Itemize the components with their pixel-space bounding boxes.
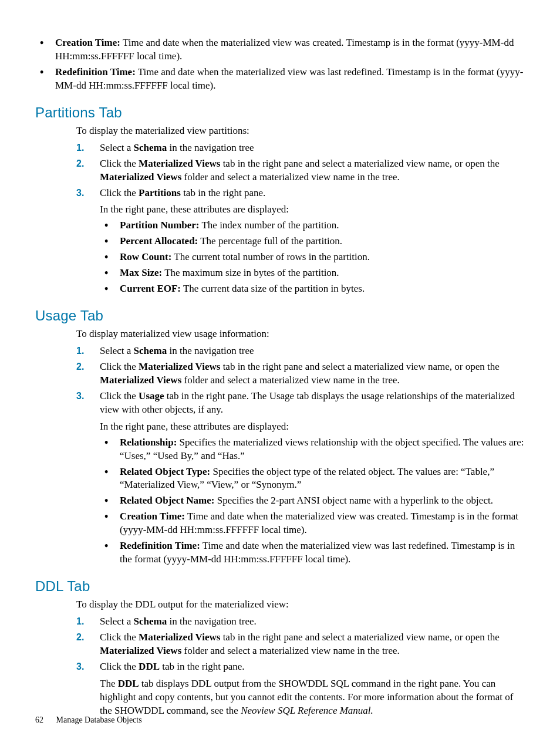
step-subtext: In the right pane, these attributes are … bbox=[100, 203, 525, 217]
step-number: 3. bbox=[76, 660, 93, 673]
term-text: The current total number of rows in the … bbox=[171, 251, 370, 262]
section-body: To display materialized view usage infor… bbox=[76, 328, 525, 566]
step-number: 2. bbox=[76, 360, 93, 373]
steps-list: 1. Select a Schema in the navigation tre… bbox=[76, 615, 525, 718]
term-label: Max Size: bbox=[120, 267, 162, 278]
step-number: 2. bbox=[76, 631, 93, 644]
list-item: Creation Time: Time and date when the ma… bbox=[35, 36, 525, 63]
term-text: Specifies the 2-part ANSI object name wi… bbox=[214, 495, 492, 506]
term-text: The percentage full of the partition. bbox=[198, 235, 342, 247]
list-item: Row Count: The current total number of r… bbox=[100, 251, 525, 264]
step-text-post: in the navigation tree. bbox=[167, 616, 256, 627]
section-body: To display the DDL output for the materi… bbox=[76, 598, 525, 718]
term-label: Partition Number: bbox=[120, 220, 200, 231]
term-text: The maximum size in bytes of the partiti… bbox=[162, 267, 339, 278]
list-item: Redefinition Time: Time and date when th… bbox=[100, 539, 525, 566]
continued-bullets: Creation Time: Time and date when the ma… bbox=[35, 36, 525, 93]
para-bold: DDL bbox=[118, 678, 139, 689]
section-body: To display the materialized view partiti… bbox=[76, 124, 525, 296]
step-text-bold: Partitions bbox=[139, 187, 181, 198]
list-item: Max Size: The maximum size in bytes of t… bbox=[100, 266, 525, 280]
step-text-post: in the navigation tree bbox=[167, 345, 254, 356]
page-footer: 62 Manage Database Objects bbox=[35, 715, 142, 725]
section-heading-partitions: Partitions Tab bbox=[35, 104, 525, 121]
section-heading-ddl: DDL Tab bbox=[35, 578, 525, 595]
step-1: 1. Select a Schema in the navigation tre… bbox=[76, 141, 525, 155]
intro-text: To display materialized view usage infor… bbox=[76, 328, 525, 341]
term-text: The index number of the partition. bbox=[200, 220, 339, 231]
step-text-bold: Materialized Views bbox=[100, 374, 181, 386]
document-page: Creation Time: Time and date when the ma… bbox=[0, 0, 560, 746]
step-text-pre: Click the bbox=[100, 158, 139, 169]
step-text-bold: Usage bbox=[139, 390, 164, 401]
step-text-pre: Click the bbox=[100, 632, 139, 643]
term-label: Current EOF: bbox=[120, 283, 181, 294]
term-label: Redefinition Time: bbox=[55, 66, 136, 77]
attribute-list: Partition Number: The index number of th… bbox=[100, 219, 525, 296]
step-text-pre: Select a bbox=[100, 345, 134, 356]
step-text-pre: Select a bbox=[100, 142, 134, 153]
step-text-bold: Schema bbox=[134, 142, 167, 153]
steps-list: 1. Select a Schema in the navigation tre… bbox=[76, 141, 525, 296]
list-item: Related Object Type: Specifies the objec… bbox=[100, 465, 525, 492]
step-number: 1. bbox=[76, 615, 93, 628]
term-label: Related Object Name: bbox=[120, 495, 214, 506]
step-text-bold: Schema bbox=[134, 616, 167, 627]
step-text-post: tab in the right pane. bbox=[160, 661, 244, 672]
step-text-bold: Materialized Views bbox=[139, 158, 220, 169]
step-subtext: In the right pane, these attributes are … bbox=[100, 420, 525, 434]
list-item: Creation Time: Time and date when the ma… bbox=[100, 510, 525, 537]
footer-title: Manage Database Objects bbox=[56, 715, 142, 724]
step-1: 1. Select a Schema in the navigation tre… bbox=[76, 345, 525, 358]
step-3: 3. Click the Usage tab in the right pane… bbox=[76, 390, 525, 566]
section-heading-usage: Usage Tab bbox=[35, 308, 525, 324]
step-text-bold: Materialized Views bbox=[139, 361, 220, 372]
step-text-mid: tab in the right pane and select a mater… bbox=[220, 158, 499, 169]
step-text-pre: Select a bbox=[100, 616, 134, 627]
step-text-post: folder and select a materialized view na… bbox=[181, 171, 399, 183]
term-label: Row Count: bbox=[120, 251, 171, 262]
step-paragraph: The DDL tab displays DDL output from the… bbox=[100, 677, 525, 718]
step-number: 1. bbox=[76, 345, 93, 357]
step-2: 2. Click the Materialized Views tab in t… bbox=[76, 360, 525, 387]
term-label: Related Object Type: bbox=[120, 466, 210, 477]
step-text-pre: Click the bbox=[100, 661, 139, 672]
step-number: 3. bbox=[76, 390, 93, 403]
step-text-mid: tab in the right pane and select a mater… bbox=[220, 361, 499, 372]
step-text-bold: Materialized Views bbox=[100, 645, 181, 656]
steps-list: 1. Select a Schema in the navigation tre… bbox=[76, 345, 525, 566]
step-number: 1. bbox=[76, 141, 93, 154]
step-text-pre: Click the bbox=[100, 187, 139, 198]
step-text-bold: Schema bbox=[134, 345, 167, 356]
term-label: Creation Time: bbox=[120, 511, 185, 522]
step-number: 2. bbox=[76, 157, 93, 170]
list-item: Current EOF: The current data size of th… bbox=[100, 282, 525, 296]
term-label: Percent Allocated: bbox=[120, 235, 198, 247]
list-item: Relationship: Specifies the materialized… bbox=[100, 436, 525, 463]
term-text: Specifies the materialized views relatio… bbox=[120, 437, 524, 461]
step-text-mid: tab in the right pane and select a mater… bbox=[220, 632, 499, 643]
step-3: 3. Click the DDL tab in the right pane. … bbox=[76, 660, 525, 718]
step-2: 2. Click the Materialized Views tab in t… bbox=[76, 157, 525, 184]
step-1: 1. Select a Schema in the navigation tre… bbox=[76, 615, 525, 629]
attribute-list: Relationship: Specifies the materialized… bbox=[100, 436, 525, 566]
list-item: Related Object Name: Specifies the 2-par… bbox=[100, 494, 525, 508]
term-text: The current data size of the partition i… bbox=[181, 283, 365, 294]
term-label: Redefinition Time: bbox=[120, 540, 200, 551]
step-text-bold: Materialized Views bbox=[139, 632, 220, 643]
step-text-bold: DDL bbox=[139, 661, 160, 672]
step-text-post: folder and select a materialized view na… bbox=[181, 374, 399, 386]
step-text-post: in the navigation tree bbox=[167, 142, 254, 153]
page-number: 62 bbox=[35, 715, 43, 725]
list-item: Percent Allocated: The percentage full o… bbox=[100, 235, 525, 248]
list-item: Partition Number: The index number of th… bbox=[100, 219, 525, 232]
para-pre: The bbox=[100, 678, 118, 689]
para-italic: Neoview SQL Reference Manual. bbox=[241, 705, 373, 716]
intro-text: To display the materialized view partiti… bbox=[76, 124, 525, 138]
term-label: Creation Time: bbox=[55, 37, 120, 48]
step-text-post: folder and select a materialized view na… bbox=[181, 645, 399, 656]
step-text-bold: Materialized Views bbox=[100, 171, 181, 183]
intro-text: To display the DDL output for the materi… bbox=[76, 598, 525, 612]
term-label: Relationship: bbox=[120, 437, 177, 448]
term-text: Time and date when the materialized view… bbox=[55, 37, 514, 62]
